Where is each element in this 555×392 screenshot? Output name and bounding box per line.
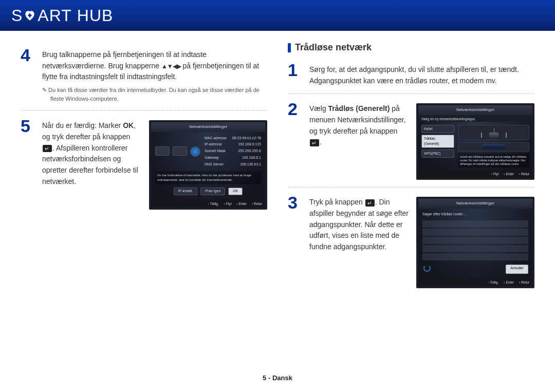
tv-description: Indstil det trådløse netværk ved at vælg…	[458, 154, 529, 167]
right-step-2: 2 Vælg Trådløs (Generelt) på menuen Netv…	[288, 94, 534, 188]
step-text: Vælg Trådløs (Generelt) på menuen Netvær…	[309, 103, 409, 148]
nav-hint: Retur	[519, 280, 529, 285]
text: .	[320, 138, 322, 146]
step-text: Sørg for, at det adgangspunkt, du vil sl…	[309, 64, 534, 86]
logo-heart-icon	[23, 9, 36, 22]
logo-s: S	[11, 6, 23, 25]
enter-icon	[365, 199, 375, 207]
left-step-4: 4 Brug talknapperne på fjernbetjeningen …	[21, 40, 267, 111]
cancel-button[interactable]: Annuller	[506, 265, 528, 274]
step-text: Brug talknapperne på fjernbetjeningen ti…	[42, 49, 267, 103]
network-info-table: MAC-adresse00:23:99:b1:c2:78 IP-adresse1…	[205, 135, 261, 168]
nav-hint: Enter	[236, 201, 247, 207]
note: Du kan få disse værdier fra din internet…	[42, 86, 267, 103]
nav-hint: Tidlig.	[488, 280, 498, 285]
step-text: Når du er færdig: Marker OK, og tryk der…	[42, 120, 142, 187]
step-number: 2	[288, 100, 302, 118]
nav-hint: Enter	[504, 280, 514, 285]
illustration	[458, 125, 529, 140]
nav-hint: Retur	[252, 201, 262, 207]
left-column: 4 Brug talknapperne på fjernbetjeningen …	[21, 40, 267, 295]
nav-hint: Flyt	[224, 201, 232, 207]
text-bold: Trådløs (Generelt)	[328, 104, 390, 113]
list-item	[422, 245, 528, 252]
list-item	[422, 237, 528, 244]
tv-screenshot-1: Netværksindstillinger MAC-adresse00:23:9…	[149, 120, 267, 210]
list-item	[422, 253, 528, 260]
app-header: S ART HUB	[0, 0, 555, 31]
text-bold: OK	[123, 121, 134, 129]
ok-button[interactable]: OK	[228, 188, 243, 195]
nav-hint: Tidlig.	[208, 201, 219, 207]
text: Når du er færdig: Marker	[42, 121, 123, 129]
smart-hub-logo: S ART HUB	[11, 6, 113, 25]
text: Tryk på knappen	[309, 198, 365, 206]
option-cable[interactable]: Kabel	[421, 125, 454, 133]
tv-message: Du har forbindelse til internettet. Hvis…	[155, 171, 261, 185]
right-column: Trådløse netværk 1 Sørg for, at det adga…	[288, 40, 534, 295]
step-number: 5	[21, 117, 35, 135]
arrow-keys-icon: ▲▼◀▶	[161, 62, 181, 71]
nav-hint: Enter	[504, 172, 514, 177]
ip-settings-button[interactable]: IP-indstil.	[174, 188, 198, 195]
tv-title: Netværksindstillinger	[151, 122, 265, 132]
page-footer: 5 - Dansk	[0, 374, 555, 382]
right-step-3: 3 Tryk på knappen . Din afspiller begynd…	[288, 188, 534, 295]
router-icon	[489, 133, 498, 138]
logo-art: ART	[38, 6, 71, 25]
left-step-5: 5 Når du er færdig: Marker OK, og tryk d…	[21, 111, 267, 217]
text: Vælg	[309, 104, 328, 113]
text: . Afspilleren kontrollerer netværksforbi…	[42, 144, 138, 185]
right-step-1: 1 Sørg for, at det adgangspunkt, du vil …	[288, 55, 534, 94]
tv-title: Netværksindstillinger	[418, 105, 532, 115]
step-number: 4	[21, 46, 35, 64]
wifi-icon	[481, 133, 482, 138]
illustration	[458, 142, 529, 152]
step-number: 3	[288, 194, 302, 211]
tv-screenshot-3: Netværksindstillinger Søger efter trådlø…	[416, 197, 534, 288]
wifi-icon	[506, 133, 507, 138]
list-item	[422, 229, 528, 236]
step-number: 1	[288, 61, 302, 79]
spinner-icon	[423, 265, 431, 272]
option-wps[interactable]: WPS(PBC)	[421, 150, 454, 158]
nav-hint: Retur	[519, 172, 529, 177]
logo-hub: HUB	[77, 6, 114, 25]
list-item	[422, 220, 528, 228]
option-wireless[interactable]: Trådløs (Generelt)	[421, 135, 454, 148]
content-columns: 4 Brug talknapperne på fjernbetjeningen …	[0, 31, 555, 295]
modem-icon	[173, 146, 187, 156]
enter-icon	[43, 145, 52, 152]
tv-screenshot-2: Netværksindstillinger Vælg en ny netværk…	[416, 103, 534, 180]
enter-icon	[310, 139, 319, 146]
text: Brug knapperne	[108, 62, 161, 70]
tv-title: Netværksindstillinger	[418, 199, 532, 208]
tv-subtitle: Vælg en ny netværkstilslutningstype.	[418, 115, 532, 122]
section-title: Trådløse netværk	[288, 40, 534, 53]
retry-button[interactable]: Prøv igen	[200, 188, 225, 195]
router-list	[422, 220, 528, 260]
step-text: Tryk på knappen . Din afspiller begynder…	[309, 197, 409, 252]
player-icon	[483, 144, 505, 149]
tv-message: Søger efter trådløs router…	[422, 212, 528, 217]
router-icon	[155, 146, 170, 156]
nav-hint: Flyt	[491, 172, 499, 177]
globe-icon	[190, 146, 200, 157]
